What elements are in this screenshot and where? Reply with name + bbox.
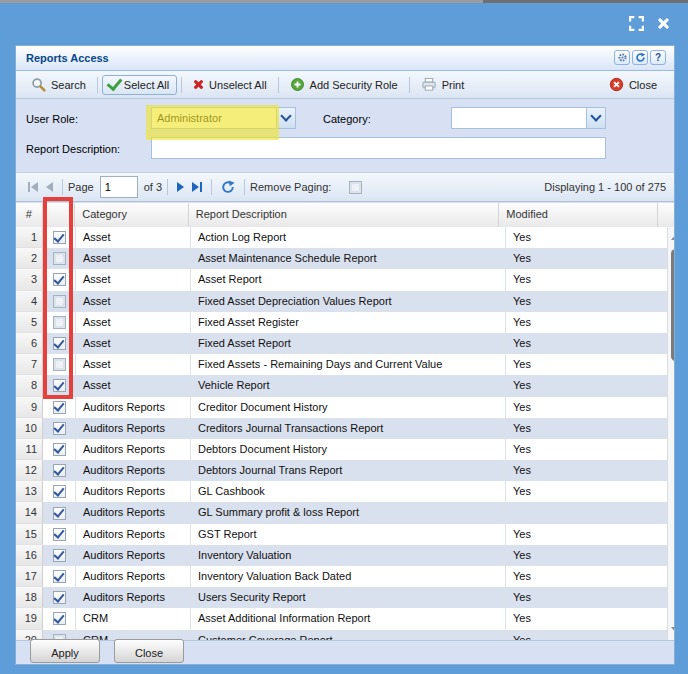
report-description-input[interactable] — [151, 137, 606, 159]
table-row[interactable]: 19CRMAsset Additional Information Report… — [16, 608, 667, 629]
user-role-combobox[interactable]: Administrator — [151, 107, 296, 129]
column-header-modified[interactable]: Modified — [499, 203, 658, 227]
table-row[interactable]: 8AssetVehicle ReportYes — [16, 375, 667, 396]
close-icon[interactable] — [654, 14, 672, 32]
row-checkbox[interactable] — [53, 591, 66, 604]
table-row[interactable]: 18Auditors ReportsUsers Security ReportY… — [16, 587, 667, 608]
page-label: Page — [68, 181, 94, 193]
row-checkbox-cell — [43, 545, 76, 566]
gear-icon[interactable] — [614, 50, 630, 65]
table-row[interactable]: 10Auditors ReportsCreditors Journal Tran… — [16, 418, 667, 439]
row-checkbox[interactable] — [53, 401, 66, 414]
table-row[interactable]: 2AssetAsset Maintenance Schedule ReportY… — [16, 248, 667, 269]
row-number-cell: 12 — [16, 460, 43, 481]
apply-button[interactable]: Apply — [30, 639, 100, 663]
column-header-category[interactable]: Category — [75, 203, 188, 227]
page-number-input[interactable] — [100, 176, 138, 198]
scroll-up-icon[interactable] — [668, 229, 675, 245]
last-page-button[interactable] — [192, 182, 202, 192]
row-checkbox[interactable] — [53, 422, 66, 435]
remove-paging-label: Remove Paging: — [250, 181, 331, 193]
row-checkbox[interactable] — [53, 273, 66, 286]
row-checkbox[interactable] — [53, 464, 66, 477]
select-all-button[interactable]: Select All — [102, 75, 177, 95]
row-checkbox[interactable] — [53, 337, 66, 350]
column-header-checkbox[interactable] — [43, 203, 76, 227]
row-checkbox-cell — [43, 502, 76, 523]
row-checkbox[interactable] — [53, 358, 66, 371]
table-row[interactable]: 12Auditors ReportsDebtors Journal Trans … — [16, 460, 667, 481]
table-row[interactable]: 13Auditors ReportsGL CashbookYes — [16, 481, 667, 502]
category-combobox[interactable] — [451, 107, 606, 129]
vertical-scrollbar[interactable] — [667, 227, 675, 640]
print-icon — [421, 77, 437, 92]
chevron-down-icon[interactable] — [276, 108, 295, 128]
table-row[interactable]: 3AssetAsset ReportYes — [16, 269, 667, 290]
row-checkbox[interactable] — [53, 295, 66, 308]
table-row[interactable]: 7AssetFixed Assets - Remaining Days and … — [16, 354, 667, 375]
modified-cell: Yes — [506, 545, 667, 566]
help-icon[interactable]: ? — [650, 50, 666, 65]
table-row[interactable]: 16Auditors ReportsInventory ValuationYes — [16, 545, 667, 566]
category-cell: Asset — [76, 269, 191, 290]
refresh-icon[interactable] — [632, 50, 648, 65]
displaying-status: Displaying 1 - 100 of 275 — [544, 181, 666, 193]
grid-rows: 1AssetAction Log ReportYes2AssetAsset Ma… — [16, 227, 667, 640]
first-page-button[interactable] — [28, 182, 38, 192]
scroll-down-icon[interactable] — [668, 622, 675, 638]
chevron-down-icon[interactable] — [586, 108, 605, 128]
toolbar-separator — [97, 77, 98, 93]
column-header-number[interactable]: # — [16, 203, 43, 227]
table-row[interactable]: 17Auditors ReportsInventory Valuation Ba… — [16, 566, 667, 587]
category-cell: Asset — [76, 354, 191, 375]
row-number-cell: 11 — [16, 439, 43, 460]
table-row[interactable]: 1AssetAction Log ReportYes — [16, 227, 667, 248]
row-checkbox[interactable] — [53, 316, 66, 329]
prev-page-button[interactable] — [46, 182, 53, 192]
remove-paging-checkbox[interactable] — [349, 181, 362, 194]
table-row[interactable]: 14Auditors ReportsGL Summary profit & lo… — [16, 502, 667, 523]
row-checkbox-cell — [43, 248, 76, 269]
category-cell: Auditors Reports — [76, 502, 191, 523]
next-page-button[interactable] — [177, 182, 184, 192]
row-checkbox[interactable] — [53, 379, 66, 392]
category-cell: Auditors Reports — [76, 524, 191, 545]
row-checkbox[interactable] — [53, 507, 66, 520]
close-button[interactable]: Close — [602, 74, 664, 95]
row-checkbox[interactable] — [53, 549, 66, 562]
search-button[interactable]: Search — [24, 74, 93, 95]
table-row[interactable]: 15Auditors ReportsGST ReportYes — [16, 524, 667, 545]
row-checkbox[interactable] — [53, 485, 66, 498]
close-footer-button[interactable]: Close — [114, 639, 184, 663]
row-checkbox[interactable] — [53, 443, 66, 456]
description-cell: Asset Additional Information Report — [191, 608, 506, 629]
row-checkbox[interactable] — [53, 570, 66, 583]
modified-cell: Yes — [506, 269, 667, 290]
category-label: Category: — [323, 113, 371, 125]
table-row[interactable]: 20CRMCustomer Coverage ReportYes — [16, 630, 667, 640]
modified-cell: Yes — [506, 460, 667, 481]
table-row[interactable]: 6AssetFixed Asset ReportYes — [16, 333, 667, 354]
description-cell: Fixed Asset Register — [191, 312, 506, 333]
refresh-grid-icon[interactable] — [221, 180, 235, 194]
print-button[interactable]: Print — [414, 74, 472, 95]
table-row[interactable]: 4AssetFixed Asset Depreciation Values Re… — [16, 291, 667, 312]
row-checkbox[interactable] — [53, 612, 66, 625]
row-number-cell: 5 — [16, 312, 43, 333]
column-header-description[interactable]: Report Description — [189, 203, 500, 227]
modified-cell: Yes — [506, 397, 667, 418]
row-number-cell: 1 — [16, 227, 43, 248]
scrollbar-thumb[interactable] — [671, 249, 675, 361]
paging-toolbar: Page of 3 Remove Paging: Displaying 1 - … — [16, 172, 674, 202]
fullscreen-icon[interactable] — [627, 14, 645, 32]
table-row[interactable]: 5AssetFixed Asset RegisterYes — [16, 312, 667, 333]
table-row[interactable]: 9Auditors ReportsCreditor Document Histo… — [16, 397, 667, 418]
table-row[interactable]: 11Auditors ReportsDebtors Document Histo… — [16, 439, 667, 460]
row-checkbox[interactable] — [53, 231, 66, 244]
add-security-role-button[interactable]: Add Security Role — [283, 74, 405, 95]
row-checkbox[interactable] — [53, 528, 66, 541]
unselect-all-button[interactable]: Unselect All — [186, 76, 273, 94]
modified-cell: Yes — [506, 354, 667, 375]
row-checkbox-cell — [43, 291, 76, 312]
row-checkbox[interactable] — [53, 252, 66, 265]
